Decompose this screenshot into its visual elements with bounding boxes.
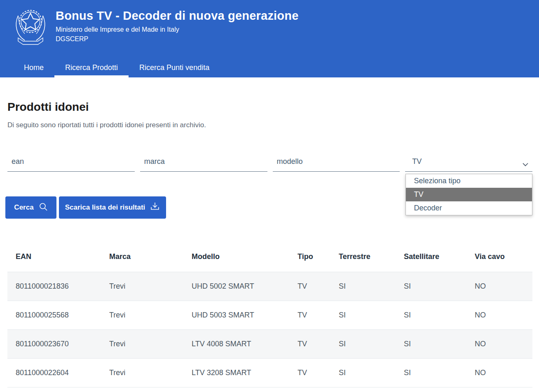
nav-tab-home[interactable]: Home bbox=[13, 58, 54, 77]
cell-modello: LTV 4008 SMART bbox=[192, 330, 298, 359]
app-title: Bonus TV - Decoder di nuova generazione bbox=[56, 9, 299, 23]
column-header-via-cavo: Via cavo bbox=[475, 245, 532, 272]
tipo-select[interactable]: TV bbox=[405, 155, 532, 172]
cell-via-cavo: NO bbox=[475, 301, 532, 330]
tipo-option-tv[interactable]: TV bbox=[406, 188, 532, 201]
cerca-button-label: Cerca bbox=[14, 203, 33, 212]
cell-tipo: TV bbox=[298, 330, 339, 359]
cell-marca: Trevi bbox=[109, 330, 192, 359]
column-header-ean: EAN bbox=[7, 245, 109, 272]
cerca-button[interactable]: Cerca bbox=[5, 196, 56, 219]
chevron-down-icon bbox=[523, 160, 528, 168]
cell-marca: Trevi bbox=[109, 301, 192, 330]
cell-via-cavo: NO bbox=[475, 359, 532, 387]
cell-modello: UHD 5002 SMART bbox=[192, 272, 298, 301]
modello-input[interactable] bbox=[273, 155, 400, 172]
products-table-body: 8011000021836 Trevi UHD 5002 SMART TV SI… bbox=[7, 272, 532, 387]
products-table-head: EAN Marca Modello Tipo Terrestre Satelli… bbox=[7, 245, 532, 272]
cell-ean: 8011000021836 bbox=[7, 272, 109, 301]
tipo-select-value: TV bbox=[412, 157, 422, 166]
tipo-dropdown-panel: Seleziona tipo TV Decoder bbox=[405, 174, 533, 215]
column-header-modello: Modello bbox=[192, 245, 298, 272]
cell-modello: LTV 3208 SMART bbox=[192, 359, 298, 387]
cell-satellitare: SI bbox=[404, 301, 475, 330]
cell-via-cavo: NO bbox=[475, 272, 532, 301]
table-row: 8011000021836 Trevi UHD 5002 SMART TV SI… bbox=[7, 272, 532, 301]
nav-tab-ricerca-prodotti[interactable]: Ricerca Prodotti bbox=[54, 58, 129, 77]
ean-input[interactable] bbox=[7, 155, 135, 172]
main-content: Prodotti idonei Di seguito sono riportat… bbox=[0, 100, 539, 387]
cell-satellitare: SI bbox=[404, 272, 475, 301]
cell-modello: UHD 5003 SMART bbox=[192, 301, 298, 330]
page-intro: Di seguito sono riportati tutti i prodot… bbox=[7, 121, 532, 129]
column-header-terrestre: Terrestre bbox=[339, 245, 404, 272]
products-table: EAN Marca Modello Tipo Terrestre Satelli… bbox=[7, 245, 532, 387]
cell-terrestre: SI bbox=[339, 330, 404, 359]
header-text: Bonus TV - Decoder di nuova generazione … bbox=[56, 9, 299, 43]
column-header-tipo: Tipo bbox=[298, 245, 339, 272]
cell-terrestre: SI bbox=[339, 301, 404, 330]
cell-marca: Trevi bbox=[109, 272, 192, 301]
cell-terrestre: SI bbox=[339, 359, 404, 387]
italy-emblem-icon bbox=[12, 3, 49, 46]
filters-row: TV Seleziona tipo TV Decoder bbox=[7, 155, 532, 172]
cell-marca: Trevi bbox=[109, 359, 192, 387]
page-title: Prodotti idonei bbox=[7, 100, 532, 114]
cell-ean: 8011000022604 bbox=[7, 359, 109, 387]
table-header-row: EAN Marca Modello Tipo Terrestre Satelli… bbox=[7, 245, 532, 272]
cell-satellitare: SI bbox=[404, 359, 475, 387]
scarica-lista-button[interactable]: Scarica lista dei risultati bbox=[59, 196, 166, 219]
cell-satellitare: SI bbox=[404, 330, 475, 359]
cell-ean: 8011000023670 bbox=[7, 330, 109, 359]
italy-emblem-logo bbox=[12, 3, 49, 48]
cell-ean: 8011000025568 bbox=[7, 301, 109, 330]
cell-tipo: TV bbox=[298, 359, 339, 387]
tipo-option-decoder[interactable]: Decoder bbox=[406, 201, 532, 215]
cell-tipo: TV bbox=[298, 272, 339, 301]
table-row: 8011000023670 Trevi LTV 4008 SMART TV SI… bbox=[7, 330, 532, 359]
search-icon bbox=[39, 202, 48, 213]
cell-via-cavo: NO bbox=[475, 330, 532, 359]
main-nav: Home Ricerca Prodotti Ricerca Punti vend… bbox=[13, 58, 220, 77]
dgscerp-subtitle: DGSCERP bbox=[56, 35, 299, 43]
scarica-button-label: Scarica lista dei risultati bbox=[65, 203, 145, 212]
cell-tipo: TV bbox=[298, 301, 339, 330]
nav-tab-ricerca-punti-vendita[interactable]: Ricerca Punti vendita bbox=[129, 58, 220, 77]
column-header-satellitare: Satellitare bbox=[404, 245, 475, 272]
tipo-option-seleziona-tipo[interactable]: Seleziona tipo bbox=[406, 174, 532, 188]
ministry-subtitle: Ministero delle Imprese e del Made in It… bbox=[56, 26, 299, 34]
download-icon bbox=[150, 202, 160, 213]
cell-terrestre: SI bbox=[339, 272, 404, 301]
table-row: 8011000025568 Trevi UHD 5003 SMART TV SI… bbox=[7, 301, 532, 330]
column-header-marca: Marca bbox=[109, 245, 192, 272]
table-row: 8011000022604 Trevi LTV 3208 SMART TV SI… bbox=[7, 359, 532, 387]
site-header: Bonus TV - Decoder di nuova generazione … bbox=[0, 0, 539, 77]
marca-input[interactable] bbox=[140, 155, 267, 172]
